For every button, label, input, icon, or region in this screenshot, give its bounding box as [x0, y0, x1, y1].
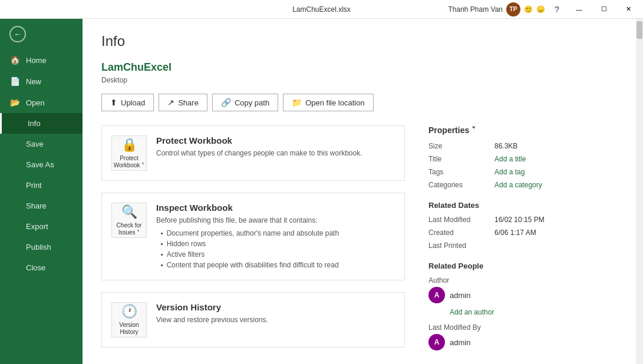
copy-path-button[interactable]: 🔗 Copy path	[212, 94, 278, 111]
right-column: Properties ˅ Size 86.3KB Title Add a tit…	[428, 125, 617, 359]
properties-chevron: ˅	[471, 125, 476, 135]
author-label: Author	[428, 276, 617, 284]
author-avatar: A	[428, 287, 445, 303]
home-icon: 🏠	[9, 55, 20, 65]
minimize-button[interactable]: —	[569, 0, 589, 19]
help-button[interactable]: ?	[550, 2, 564, 16]
emoji-icon: 🙂	[524, 5, 533, 14]
prop-row-tags: Tags Add a tag	[428, 168, 617, 176]
prop-value-tags[interactable]: Add a tag	[494, 168, 525, 176]
protect-icon-box[interactable]: 🔒 ProtectWorkbook ˅	[111, 135, 147, 171]
user-avatar: TP	[506, 2, 520, 16]
sidebar-label-info: Info	[28, 119, 41, 128]
version-icon-box[interactable]: 🕐 VersionHistory	[111, 302, 147, 337]
version-clock-icon: 🕐	[121, 304, 137, 319]
file-title: LamChuExcel	[101, 61, 617, 74]
sidebar-label-close: Close	[26, 263, 45, 272]
sidebar-item-new[interactable]: 📄 New	[0, 71, 83, 92]
related-dates-title: Related Dates	[428, 201, 617, 210]
prop-value-created: 6/06 1:17 AM	[494, 229, 536, 237]
main-layout: ← 🏠 Home 📄 New 📂 Open Info Save Save As	[0, 19, 643, 364]
sidebar-item-home[interactable]: 🏠 Home	[0, 49, 83, 71]
titlebar: LamChuExcel.xlsx Thanh Pham Van TP 🙂 😞 ?…	[0, 0, 643, 19]
last-modified-by-label: Last Modified By	[428, 323, 617, 332]
inspect-desc: Before publishing this file, be aware th…	[156, 216, 395, 224]
sidebar-label-open: Open	[26, 98, 45, 107]
sidebar-label-publish: Publish	[26, 243, 51, 252]
upload-button[interactable]: ⬆ Upload	[101, 94, 154, 111]
related-dates-table: Last Modified 16/02 10:15 PM Created 6/0…	[428, 216, 617, 250]
page-title: Info	[101, 33, 617, 49]
mood-icon: 😞	[536, 5, 545, 14]
author-name: admin	[450, 291, 470, 300]
prop-value-last-modified: 16/02 10:15 PM	[494, 216, 545, 224]
content-columns: 🔒 ProtectWorkbook ˅ Protect Workbook Con…	[101, 125, 617, 359]
inspect-card: 🔍 Check forIssues ˅ Inspect Workbook Bef…	[101, 193, 405, 280]
copy-path-label: Copy path	[235, 98, 269, 107]
sidebar-item-info[interactable]: Info	[0, 113, 83, 134]
open-location-label: Open file location	[305, 98, 364, 107]
open-file-location-button[interactable]: 📁 Open file location	[283, 94, 373, 111]
action-buttons: ⬆ Upload ↗ Share 🔗 Copy path 📁 Open file…	[101, 94, 617, 111]
sidebar-label-save-as: Save As	[26, 160, 54, 169]
last-modified-avatar: A	[428, 334, 445, 350]
prop-row-last-printed: Last Printed	[428, 241, 617, 250]
properties-table: Size 86.3KB Title Add a title Tags Add a…	[428, 142, 617, 189]
titlebar-right: Thanh Pham Van TP 🙂 😞 ? — ☐ ✕	[448, 0, 638, 19]
open-icon: 📂	[9, 98, 20, 107]
prop-label-categories: Categories	[428, 181, 487, 189]
sidebar-label-new: New	[26, 77, 41, 86]
sidebar-label-save: Save	[26, 140, 44, 148]
list-item-3: Active filters	[161, 249, 395, 260]
sidebar-item-open[interactable]: 📂 Open	[0, 92, 83, 113]
inspect-icon-box[interactable]: 🔍 Check forIssues ˅	[111, 203, 147, 238]
properties-title: Properties	[428, 125, 469, 135]
inspect-search-icon: 🔍	[121, 204, 137, 220]
maximize-button[interactable]: ☐	[594, 0, 614, 19]
sidebar-item-share[interactable]: Share	[0, 196, 83, 216]
prop-row-last-modified: Last Modified 16/02 10:15 PM	[428, 216, 617, 224]
copy-path-icon: 🔗	[221, 98, 231, 107]
share-btn-icon: ↗	[167, 98, 174, 107]
prop-label-size: Size	[428, 142, 487, 150]
sidebar-item-close[interactable]: Close	[0, 257, 83, 278]
last-modified-name: admin	[450, 338, 470, 347]
new-icon: 📄	[9, 77, 20, 86]
open-location-icon: 📁	[292, 98, 302, 107]
scrollbar[interactable]	[636, 19, 643, 364]
sidebar-item-publish[interactable]: Publish	[0, 237, 83, 257]
list-item-1: Document properties, author's name and a…	[161, 228, 395, 239]
inspect-content: Inspect Workbook Before publishing this …	[156, 203, 395, 270]
protect-title: Protect Workbook	[156, 135, 395, 145]
prop-value-title[interactable]: Add a title	[494, 155, 526, 163]
scrollbar-thumb[interactable]	[637, 21, 642, 39]
prop-row-created: Created 6/06 1:17 AM	[428, 229, 617, 237]
sidebar-label-home: Home	[26, 56, 47, 65]
version-title: Version History	[156, 302, 395, 312]
prop-label-last-modified: Last Modified	[428, 216, 487, 224]
content-area: Info LamChuExcel Desktop ⬆ Upload ↗ Shar…	[83, 19, 636, 364]
properties-header: Properties ˅	[428, 125, 617, 135]
close-button[interactable]: ✕	[619, 0, 638, 19]
sidebar-item-save[interactable]: Save	[0, 134, 83, 154]
protect-card: 🔒 ProtectWorkbook ˅ Protect Workbook Con…	[101, 125, 405, 181]
file-location: Desktop	[101, 76, 617, 84]
protect-content: Protect Workbook Control what types of c…	[156, 135, 395, 161]
prop-value-categories[interactable]: Add a category	[494, 181, 542, 189]
last-modified-by-row: A admin	[428, 334, 617, 350]
list-item-4: Content that people with disabilities fi…	[161, 260, 395, 270]
add-author-link[interactable]: Add an author	[450, 308, 617, 316]
sidebar-item-export[interactable]: Export	[0, 216, 83, 237]
sidebar: ← 🏠 Home 📄 New 📂 Open Info Save Save As	[0, 19, 83, 364]
upload-icon: ⬆	[110, 98, 117, 107]
share-button[interactable]: ↗ Share	[159, 94, 207, 111]
related-people-title: Related People	[428, 262, 617, 270]
back-button[interactable]: ←	[0, 19, 83, 49]
version-content: Version History View and restore previou…	[156, 302, 395, 327]
user-info: Thanh Pham Van TP 🙂 😞	[448, 2, 545, 16]
sidebar-label-share: Share	[26, 201, 47, 210]
left-column: 🔒 ProtectWorkbook ˅ Protect Workbook Con…	[101, 125, 405, 359]
username: Thanh Pham Van	[448, 5, 503, 14]
sidebar-item-print[interactable]: Print	[0, 175, 83, 196]
sidebar-item-save-as[interactable]: Save As	[0, 154, 83, 175]
